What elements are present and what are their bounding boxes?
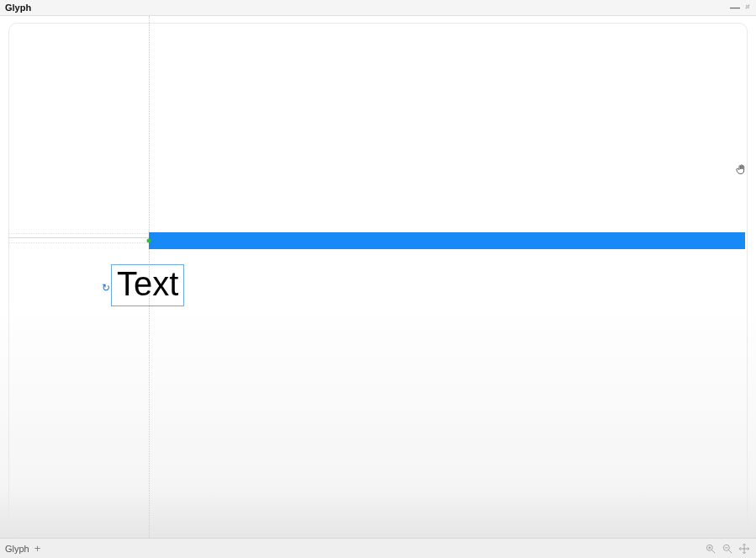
pan-tool-icon[interactable] <box>737 542 751 555</box>
svg-line-1 <box>712 550 716 553</box>
footer-right <box>704 542 751 555</box>
minimize-icon[interactable]: — <box>730 3 740 13</box>
glyph-canvas[interactable]: ↻ Text <box>0 16 756 538</box>
guide-baseline <box>8 237 150 238</box>
footer-bar: Glyph + <box>0 538 756 558</box>
svg-line-5 <box>729 550 732 553</box>
panel-title: Glyph <box>5 3 31 13</box>
zoom-in-icon[interactable] <box>704 542 717 555</box>
text-object[interactable]: Text <box>111 264 184 306</box>
footer-breadcrumb[interactable]: Glyph <box>5 544 29 554</box>
glyph-shape-bar[interactable] <box>149 232 745 249</box>
panel-header-controls: — <box>730 2 753 13</box>
panel-header: Glyph — <box>0 0 756 16</box>
zoom-out-icon[interactable] <box>721 542 734 555</box>
guide-horizontal <box>8 242 150 243</box>
add-tab-button[interactable]: + <box>34 543 41 554</box>
guide-horizontal <box>8 233 150 234</box>
snap-indicator <box>147 239 151 243</box>
text-object-content: Text <box>117 265 178 302</box>
footer-left: Glyph + <box>5 543 40 554</box>
pin-icon[interactable] <box>743 2 753 13</box>
rotate-handle-icon[interactable]: ↻ <box>101 283 111 293</box>
